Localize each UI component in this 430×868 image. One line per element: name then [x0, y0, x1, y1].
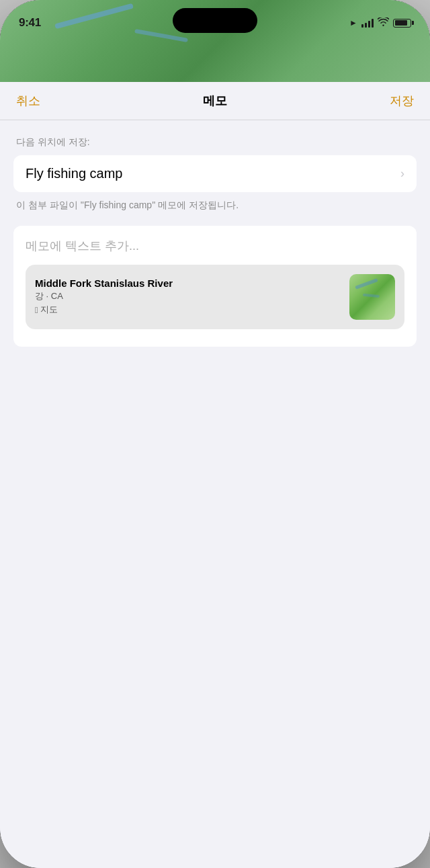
- save-location-label: 다음 위치에 저장:: [13, 136, 417, 148]
- signal-bars-icon: [361, 19, 374, 28]
- map-card-title: Middle Fork Stanislaus River: [35, 277, 341, 289]
- location-hint: 이 첨부 파일이 ''Fly fishing camp'' 메모에 저장됩니다.: [13, 199, 417, 212]
- apple-logo-icon: : [35, 305, 38, 315]
- content-area: 다음 위치에 저장: Fly fishing camp › 이 첨부 파일이 '…: [0, 120, 430, 363]
- nav-title: 메모: [203, 93, 227, 109]
- map-thumbnail: [349, 274, 395, 320]
- text-placeholder[interactable]: 메모에 텍스트 추가...: [26, 238, 404, 254]
- status-icons: ►: [349, 17, 411, 28]
- dynamic-island: [173, 8, 257, 33]
- map-card-app:  지도: [35, 304, 341, 316]
- save-button[interactable]: 저장: [390, 93, 414, 109]
- map-card-subtitle: 강 · CA: [35, 290, 341, 302]
- phone-screen: 9:41 ►: [0, 0, 430, 868]
- battery-icon: [393, 19, 411, 28]
- chevron-right-icon: ›: [400, 167, 404, 181]
- phone-frame: 9:41 ►: [0, 0, 430, 868]
- map-card-app-name: 지도: [40, 304, 58, 316]
- location-row[interactable]: Fly fishing camp ›: [13, 155, 417, 192]
- status-time: 9:41: [19, 16, 41, 30]
- wifi-icon: [378, 17, 389, 28]
- map-attachment-card[interactable]: Middle Fork Stanislaus River 강 · CA  지도: [26, 265, 404, 329]
- nav-bar: 취소 메모 저장: [0, 82, 430, 120]
- location-name: Fly fishing camp: [26, 166, 123, 181]
- memo-text-area-card: 메모에 텍스트 추가... Middle Fork Stanislaus Riv…: [13, 226, 417, 347]
- map-card-info: Middle Fork Stanislaus River 강 · CA  지도: [35, 277, 341, 316]
- bottom-sheet: 취소 메모 저장 다음 위치에 저장: Fly fishing camp › 이…: [0, 82, 430, 868]
- location-icon: ►: [349, 18, 357, 28]
- cancel-button[interactable]: 취소: [16, 93, 40, 109]
